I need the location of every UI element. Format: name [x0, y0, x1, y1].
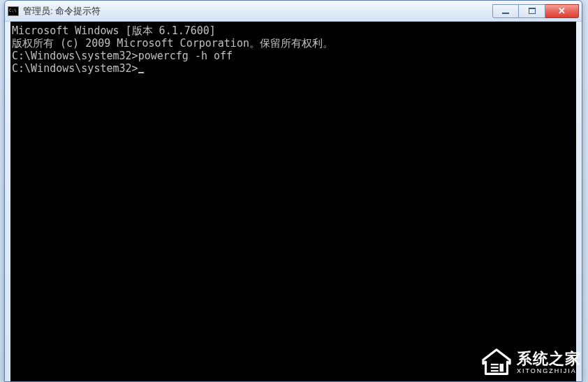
- close-button[interactable]: ✕: [545, 4, 579, 18]
- minimize-button[interactable]: [492, 4, 519, 18]
- terminal-area[interactable]: Microsoft Windows [版本 6.1.7600] 版权所有 (c)…: [10, 22, 576, 381]
- maximize-button[interactable]: [519, 4, 545, 18]
- terminal-prompt-line: C:\Windows\system32>powercfg -h off: [12, 50, 575, 62]
- cursor: [138, 72, 144, 73]
- maximize-icon: [529, 8, 536, 14]
- minimize-icon: [502, 13, 509, 14]
- cmd-icon: [8, 6, 19, 16]
- terminal-output: 版权所有 (c) 2009 Microsoft Corporation。保留所有…: [12, 37, 575, 50]
- prompt-path: C:\Windows\system32>: [12, 62, 138, 75]
- prompt-path: C:\Windows\system32>: [12, 50, 138, 62]
- terminal-prompt-line: C:\Windows\system32>: [12, 62, 575, 75]
- terminal-output: Microsoft Windows [版本 6.1.7600]: [12, 24, 575, 37]
- window-title: 管理员: 命令提示符: [23, 5, 492, 17]
- prompt-command: powercfg -h off: [138, 50, 233, 62]
- cmd-window: 管理员: 命令提示符 ✕ Microsoft Windows [版本 6.1.7…: [4, 0, 582, 382]
- window-controls: ✕: [492, 4, 579, 18]
- titlebar[interactable]: 管理员: 命令提示符 ✕: [5, 1, 582, 22]
- close-icon: ✕: [558, 6, 566, 16]
